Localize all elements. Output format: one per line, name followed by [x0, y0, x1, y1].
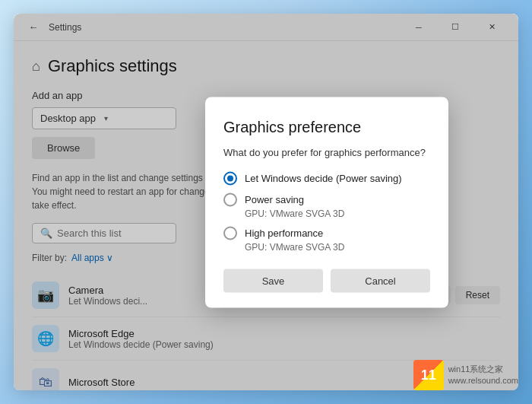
radio-sublabel-power-saving: GPU: VMware SVGA 3D — [245, 208, 430, 218]
watermark: 11 win11系统之家 www.relsound.com — [413, 360, 518, 390]
settings-window: ← Settings ─ ☐ ✕ ⌂ Graphics settings Add… — [14, 14, 518, 390]
radio-high-perf[interactable] — [223, 226, 237, 240]
watermark-text: win11系统之家 www.relsound.com — [448, 364, 518, 387]
radio-item-power-saving: Power saving GPU: VMware SVGA 3D — [223, 192, 430, 218]
cancel-button[interactable]: Cancel — [331, 269, 430, 292]
dialog-question: What do you prefer for graphics performa… — [223, 146, 430, 157]
dialog-actions: Save Cancel — [223, 269, 430, 292]
radio-row-power-saving[interactable]: Power saving — [223, 192, 430, 206]
save-button[interactable]: Save — [223, 269, 323, 292]
graphics-preference-dialog: Graphics preference What do you prefer f… — [205, 97, 448, 307]
radio-item-windows-decide: Let Windows decide (Power saving) — [223, 171, 430, 185]
watermark-logo: 11 — [413, 360, 444, 390]
radio-row-windows-decide[interactable]: Let Windows decide (Power saving) — [223, 171, 430, 185]
radio-power-saving[interactable] — [223, 192, 237, 206]
radio-label-power-saving: Power saving — [245, 194, 304, 205]
radio-windows-decide[interactable] — [223, 171, 237, 185]
watermark-site: www.relsound.com — [448, 375, 518, 387]
radio-item-high-perf: High performance GPU: VMware SVGA 3D — [223, 226, 430, 252]
radio-label-high-perf: High performance — [245, 227, 323, 239]
dialog-title: Graphics preference — [223, 118, 430, 135]
radio-sublabel-high-perf: GPU: VMware SVGA 3D — [245, 241, 430, 252]
radio-group: Let Windows decide (Power saving) Power … — [223, 171, 430, 252]
radio-row-high-perf[interactable]: High performance — [223, 226, 430, 240]
watermark-brand: win11系统之家 — [448, 364, 518, 375]
radio-label-windows-decide: Let Windows decide (Power saving) — [245, 173, 402, 184]
